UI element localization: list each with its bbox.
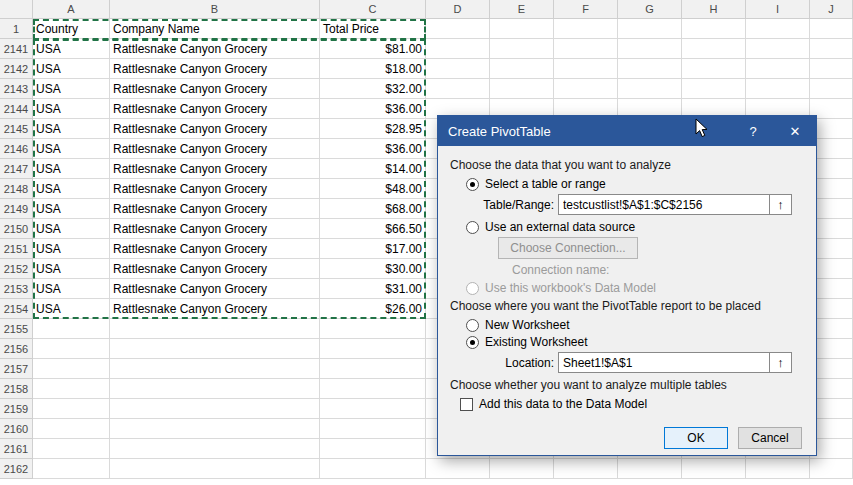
cell[interactable]	[490, 19, 554, 39]
cell[interactable]: USA	[33, 199, 110, 219]
cell[interactable]	[682, 459, 746, 479]
add-data-model-checkbox[interactable]	[460, 398, 473, 411]
cell[interactable]: Rattlesnake Canyon Grocery	[110, 179, 320, 199]
cell[interactable]: $48.00	[320, 179, 426, 199]
cell[interactable]	[320, 419, 426, 439]
cell[interactable]	[33, 399, 110, 419]
cell[interactable]	[490, 79, 554, 99]
cell[interactable]	[682, 19, 746, 39]
row-header-2162[interactable]: 2162	[0, 459, 33, 479]
cell[interactable]	[746, 459, 810, 479]
radio-row-select-table-range[interactable]: Select a table or range	[466, 177, 804, 191]
cell[interactable]	[33, 359, 110, 379]
ok-button[interactable]: OK	[664, 427, 728, 449]
cell[interactable]: USA	[33, 239, 110, 259]
cell[interactable]	[682, 79, 746, 99]
cell[interactable]	[33, 339, 110, 359]
cell[interactable]	[490, 39, 554, 59]
cell[interactable]	[554, 19, 618, 39]
row-header-2154[interactable]: 2154	[0, 299, 33, 319]
cell[interactable]: Rattlesnake Canyon Grocery	[110, 279, 320, 299]
add-data-model-row[interactable]: Add this data to the Data Model	[460, 397, 804, 411]
cell[interactable]: $30.00	[320, 259, 426, 279]
cell[interactable]	[490, 59, 554, 79]
cell[interactable]	[618, 59, 682, 79]
radio-row-existing-worksheet[interactable]: Existing Worksheet	[466, 335, 804, 349]
column-header-B[interactable]: B	[110, 0, 320, 19]
cell[interactable]: $14.00	[320, 159, 426, 179]
row-header-2145[interactable]: 2145	[0, 119, 33, 139]
row-header-2153[interactable]: 2153	[0, 279, 33, 299]
cell[interactable]	[320, 379, 426, 399]
help-icon[interactable]: ?	[732, 116, 774, 146]
column-header-D[interactable]: D	[426, 0, 490, 19]
cell[interactable]	[33, 439, 110, 459]
row-header-2143[interactable]: 2143	[0, 79, 33, 99]
cell[interactable]: USA	[33, 119, 110, 139]
cell[interactable]: USA	[33, 79, 110, 99]
table-range-input[interactable]	[558, 194, 770, 215]
cell[interactable]	[110, 339, 320, 359]
cell[interactable]	[554, 79, 618, 99]
cell[interactable]: $36.00	[320, 139, 426, 159]
column-header-F[interactable]: F	[554, 0, 618, 19]
cell[interactable]	[110, 419, 320, 439]
cell[interactable]	[33, 379, 110, 399]
row-header-2142[interactable]: 2142	[0, 59, 33, 79]
column-header-A[interactable]: A	[33, 0, 110, 19]
cell[interactable]	[682, 39, 746, 59]
external-source-radio[interactable]	[466, 221, 479, 234]
new-worksheet-radio[interactable]	[466, 319, 479, 332]
row-header-2157[interactable]: 2157	[0, 359, 33, 379]
cell[interactable]	[110, 459, 320, 479]
cell[interactable]	[746, 39, 810, 59]
cell[interactable]: USA	[33, 279, 110, 299]
row-header-2150[interactable]: 2150	[0, 219, 33, 239]
existing-worksheet-radio[interactable]	[466, 336, 479, 349]
cell[interactable]: Total Price	[320, 19, 426, 39]
cell[interactable]	[618, 79, 682, 99]
row-header-2146[interactable]: 2146	[0, 139, 33, 159]
cell[interactable]	[320, 459, 426, 479]
column-header-E[interactable]: E	[490, 0, 554, 19]
cell[interactable]	[746, 59, 810, 79]
cell[interactable]	[810, 79, 853, 99]
range-picker-icon[interactable]: ↑	[770, 352, 792, 373]
cell[interactable]: Rattlesnake Canyon Grocery	[110, 219, 320, 239]
cell[interactable]: $68.00	[320, 199, 426, 219]
cell[interactable]	[554, 59, 618, 79]
cell[interactable]	[110, 439, 320, 459]
column-header-I[interactable]: I	[746, 0, 810, 19]
cell[interactable]: $31.00	[320, 279, 426, 299]
cell[interactable]: Rattlesnake Canyon Grocery	[110, 239, 320, 259]
cell[interactable]: Company Name	[110, 19, 320, 39]
cell[interactable]: $26.00	[320, 299, 426, 319]
row-header-2141[interactable]: 2141	[0, 39, 33, 59]
cell[interactable]: USA	[33, 159, 110, 179]
cell[interactable]	[810, 59, 853, 79]
cell[interactable]	[810, 19, 853, 39]
cell[interactable]	[426, 39, 490, 59]
column-header-C[interactable]: C	[320, 0, 426, 19]
row-header-2148[interactable]: 2148	[0, 179, 33, 199]
cell[interactable]: Rattlesnake Canyon Grocery	[110, 259, 320, 279]
cell[interactable]	[746, 19, 810, 39]
cell[interactable]	[320, 319, 426, 339]
cell[interactable]: $28.95	[320, 119, 426, 139]
cell[interactable]	[682, 59, 746, 79]
cell[interactable]: Rattlesnake Canyon Grocery	[110, 39, 320, 59]
row-header-2152[interactable]: 2152	[0, 259, 33, 279]
row-header-2155[interactable]: 2155	[0, 319, 33, 339]
cell[interactable]: Rattlesnake Canyon Grocery	[110, 99, 320, 119]
column-header-G[interactable]: G	[618, 0, 682, 19]
row-header-2151[interactable]: 2151	[0, 239, 33, 259]
cell[interactable]: USA	[33, 39, 110, 59]
cell[interactable]	[110, 399, 320, 419]
radio-row-external-source[interactable]: Use an external data source	[466, 220, 804, 234]
cell[interactable]	[320, 399, 426, 419]
cell[interactable]	[110, 319, 320, 339]
cell[interactable]: USA	[33, 139, 110, 159]
dialog-titlebar[interactable]: Create PivotTable ? ✕	[438, 116, 816, 146]
cell[interactable]	[426, 59, 490, 79]
cell[interactable]	[426, 79, 490, 99]
